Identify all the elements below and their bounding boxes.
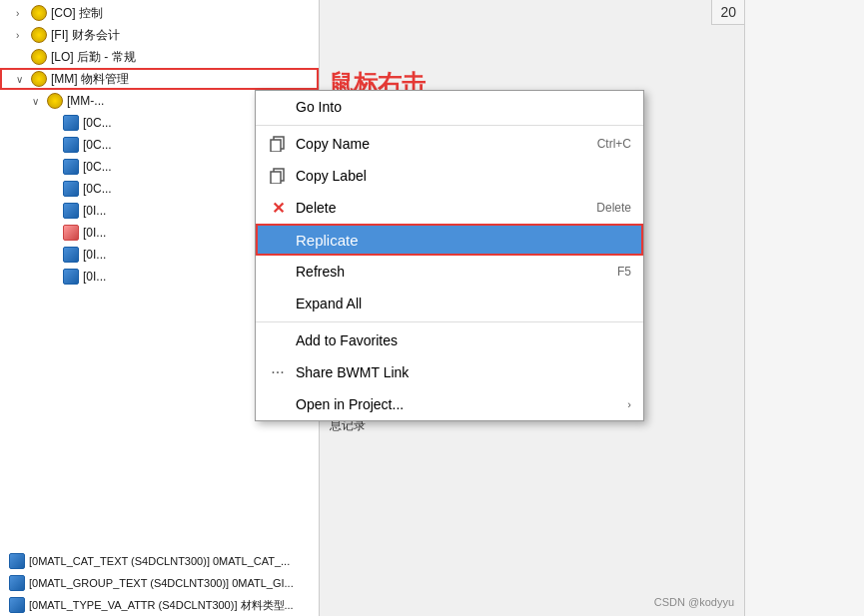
menu-label-open-project: Open in Project...	[296, 396, 619, 412]
bottom-label-1: [0MATL_CAT_TEXT (S4DCLNT300)] 0MATL_CAT_…	[29, 555, 290, 567]
menu-item-copy-name[interactable]: Copy Name Ctrl+C	[256, 128, 643, 160]
bottom-icon-2	[8, 574, 26, 592]
go-into-icon	[268, 97, 288, 117]
context-menu: Go Into Copy Name Ctrl+C Copy L	[255, 90, 644, 421]
tree-item-co[interactable]: › [CO] 控制	[0, 2, 319, 24]
tree-label-mm: [MM] 物料管理	[51, 71, 129, 88]
tree-label-0i4: [0I...	[83, 270, 106, 284]
tree-icon-0c3	[62, 158, 80, 176]
bottom-list-item-3[interactable]: [0MATL_TYPE_VA_ATTR (S4DCLNT300)] 材料类型..…	[0, 594, 319, 616]
menu-label-replicate: Replicate	[296, 232, 631, 249]
menu-label-delete: Delete	[296, 200, 596, 216]
menu-label-copy-name: Copy Name	[296, 136, 597, 152]
tree-label-0c2: [0C...	[83, 138, 112, 152]
menu-item-expand-all[interactable]: Expand All	[256, 288, 643, 319]
tree-icon-0i2	[62, 224, 80, 242]
svg-rect-3	[271, 172, 281, 184]
tree-icon-0c1	[62, 114, 80, 132]
menu-shortcut-copy-name: Ctrl+C	[597, 137, 631, 151]
main-panel: › [CO] 控制 › [FI] 财务会计 [LO] 后勤 - 常规 ∨ [MM…	[0, 0, 864, 616]
submenu-arrow: ›	[627, 398, 631, 410]
tree-icon-mm	[30, 70, 48, 88]
menu-shortcut-delete: Delete	[596, 201, 631, 215]
tree-icon-co	[30, 4, 48, 22]
tree-label-0c3: [0C...	[83, 160, 112, 174]
menu-label-refresh: Refresh	[296, 264, 617, 280]
watermark: CSDN @kodyyu	[654, 596, 734, 608]
menu-label-go-into: Go Into	[296, 99, 631, 115]
menu-separator-2	[256, 321, 643, 322]
menu-item-go-into[interactable]: Go Into	[256, 91, 643, 123]
menu-label-expand-all: Expand All	[296, 296, 631, 311]
tree-icon-lo	[30, 48, 48, 66]
tree-arrow-mm-sub: ∨	[32, 96, 46, 107]
tree-item-fi[interactable]: › [FI] 财务会计	[0, 24, 319, 46]
bottom-label-3: [0MATL_TYPE_VA_ATTR (S4DCLNT300)] 材料类型..…	[29, 598, 294, 613]
menu-separator-1	[256, 125, 643, 126]
tree-arrow-fi: ›	[16, 30, 30, 41]
tree-icon-0i4	[62, 268, 80, 286]
menu-shortcut-refresh: F5	[617, 265, 631, 279]
menu-item-open-project[interactable]: Open in Project... ›	[256, 388, 643, 420]
refresh-icon	[268, 262, 288, 282]
menu-label-add-favorites: Add to Favorites	[296, 332, 631, 348]
tree-label-co: [CO] 控制	[51, 5, 103, 22]
menu-item-add-favorites[interactable]: Add to Favorites	[256, 324, 643, 356]
tree-arrow-co: ›	[16, 8, 30, 19]
open-project-icon	[268, 394, 288, 414]
tree-label-fi: [FI] 财务会计	[51, 27, 120, 44]
tree-label-mm-sub: [MM-...	[67, 94, 104, 108]
tree-icon-0c2	[62, 136, 80, 154]
tree-icon-0i3	[62, 246, 80, 264]
tree-item-lo[interactable]: [LO] 后勤 - 常规	[0, 46, 319, 68]
svg-rect-1	[271, 140, 281, 152]
tree-icon-0c4	[62, 180, 80, 198]
right-panel	[744, 0, 864, 616]
tree-icon-0i1	[62, 202, 80, 220]
tree-icon-fi	[30, 26, 48, 44]
delete-icon: ✕	[268, 198, 288, 218]
bottom-list: [0MATL_CAT_TEXT (S4DCLNT300)] 0MATL_CAT_…	[0, 550, 319, 616]
tree-icon-mm-sub	[46, 92, 64, 110]
copy-label-icon	[268, 166, 288, 186]
copy-name-icon	[268, 134, 288, 154]
bottom-icon-3	[8, 596, 26, 614]
tree-label-0i3: [0I...	[83, 248, 106, 262]
tree-item-mm[interactable]: ∨ [MM] 物料管理	[0, 68, 319, 90]
expand-all-icon	[268, 294, 288, 313]
menu-item-replicate[interactable]: Replicate	[256, 224, 643, 256]
tree-label-lo: [LO] 后勤 - 常规	[51, 49, 136, 66]
menu-item-share-bwmt[interactable]: ··· Share BWMT Link	[256, 356, 643, 388]
share-bwmt-icon: ···	[268, 362, 288, 382]
bottom-label-2: [0MATL_GROUP_TEXT (S4DCLNT300)] 0MATL_GI…	[29, 577, 294, 589]
tree-label-0i1: [0I...	[83, 204, 106, 218]
menu-item-delete[interactable]: ✕ Delete Delete	[256, 192, 643, 224]
bottom-list-item-2[interactable]: [0MATL_GROUP_TEXT (S4DCLNT300)] 0MATL_GI…	[0, 572, 319, 594]
replicate-icon	[268, 230, 288, 250]
tree-label-0c1: [0C...	[83, 116, 112, 130]
bottom-list-item-1[interactable]: [0MATL_CAT_TEXT (S4DCLNT300)] 0MATL_CAT_…	[0, 550, 319, 572]
bottom-icon-1	[8, 552, 26, 570]
add-favorites-icon	[268, 330, 288, 350]
menu-item-copy-label[interactable]: Copy Label	[256, 160, 643, 192]
tree-label-0c4: [0C...	[83, 182, 112, 196]
tree-label-0i2: [0I...	[83, 226, 106, 240]
menu-item-refresh[interactable]: Refresh F5	[256, 256, 643, 288]
number-badge: 20	[711, 0, 744, 25]
tree-arrow-mm: ∨	[16, 74, 30, 85]
menu-label-copy-label: Copy Label	[296, 168, 631, 184]
menu-label-share-bwmt: Share BWMT Link	[296, 364, 631, 380]
